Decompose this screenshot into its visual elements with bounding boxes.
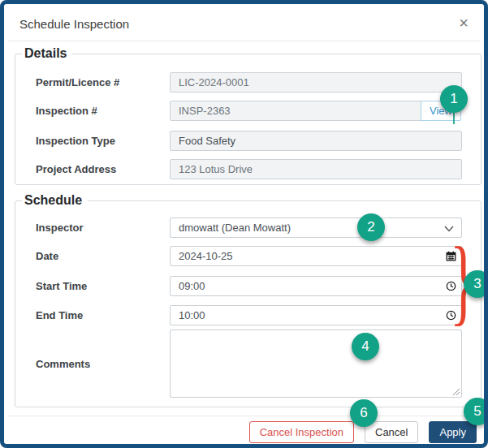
end-time-input[interactable]	[170, 305, 462, 325]
modal-header: Schedule Inspection ×	[8, 8, 480, 41]
start-time-input[interactable]	[170, 276, 462, 296]
inspector-label: Inspector	[36, 218, 84, 238]
comments-textarea[interactable]	[170, 330, 462, 398]
permit-licence-label: Permit/Licence #	[36, 72, 119, 93]
date-label: Date	[36, 246, 58, 266]
calendar-icon[interactable]	[446, 251, 456, 261]
inspection-number-input	[170, 101, 421, 121]
end-time-control	[170, 305, 462, 325]
start-time-label: Start Time	[36, 276, 87, 296]
permit-licence-input	[170, 72, 462, 93]
annotation-badge-4: 4	[352, 333, 379, 360]
project-address-input	[170, 159, 462, 179]
end-time-label: End Time	[36, 305, 83, 325]
permit-licence-control	[170, 72, 462, 93]
annotation-badge-3: 3	[464, 270, 488, 298]
comments-label: Comments	[36, 354, 90, 374]
chevron-down-icon	[444, 226, 454, 232]
inspector-control: dmowatt (Dean Mowatt)	[170, 218, 462, 238]
annotation-badge-2: 2	[357, 213, 385, 241]
project-address-label: Project Address	[36, 159, 116, 179]
schedule-section: Schedule Inspector dmowatt (Dean Mowatt)…	[15, 200, 482, 407]
annotation-badge-6: 6	[350, 399, 378, 427]
annotation-badge-5: 5	[464, 398, 488, 425]
schedule-legend: Schedule	[22, 192, 88, 209]
schedule-inspection-modal: Schedule Inspection × Details Permit/Lic…	[0, 0, 488, 448]
project-address-control	[170, 159, 462, 179]
date-input[interactable]	[170, 246, 462, 266]
cancel-button[interactable]: Cancel	[365, 421, 418, 443]
inspection-type-input	[170, 131, 462, 151]
modal-title: Schedule Inspection	[19, 17, 129, 31]
inspector-selected-value: dmowatt (Dean Mowatt)	[179, 222, 291, 234]
inspection-number-control: View	[170, 101, 462, 121]
footer-divider	[8, 416, 480, 416]
annotation-badge-1: 1	[440, 85, 468, 113]
clock-icon[interactable]	[446, 281, 456, 291]
inspection-type-label: Inspection Type	[36, 131, 115, 151]
details-section: Details Permit/Licence # Inspection # Vi…	[15, 54, 482, 185]
start-time-control	[170, 276, 462, 296]
inspector-select[interactable]: dmowatt (Dean Mowatt)	[170, 218, 462, 238]
clock-icon[interactable]	[446, 310, 456, 321]
apply-button[interactable]: Apply	[429, 421, 477, 443]
cancel-inspection-button[interactable]: Cancel Inspection	[249, 421, 354, 443]
details-legend: Details	[22, 45, 72, 62]
close-icon[interactable]: ×	[459, 15, 469, 31]
inspection-number-label: Inspection #	[36, 101, 97, 121]
inspection-type-control	[170, 131, 462, 151]
date-control	[170, 246, 462, 266]
